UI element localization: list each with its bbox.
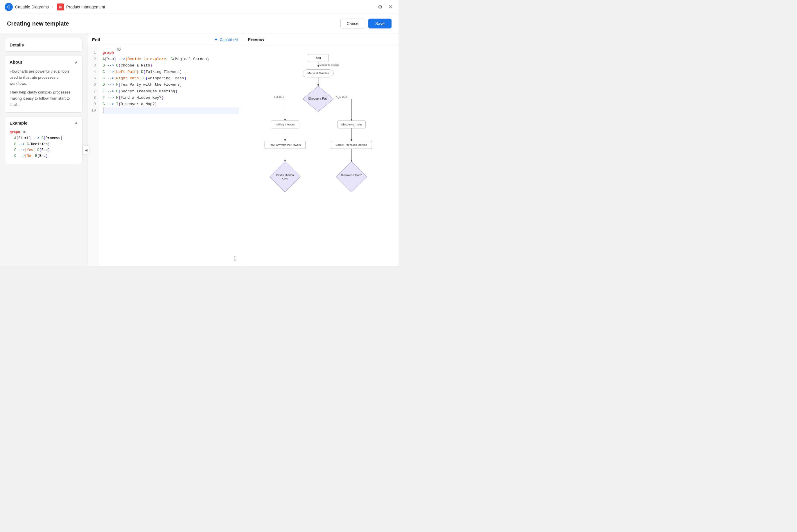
example-chevron-icon: ∧ bbox=[75, 120, 78, 125]
about-text-2: They help clarify complex processes, mak… bbox=[10, 90, 78, 108]
page-header: Creating new template Cancel Save bbox=[0, 14, 398, 33]
topbar-left: C Capable Diagrams › ▦ Product managemen… bbox=[5, 3, 105, 11]
main-layout: Details About ∧ Flowcharts are powerful … bbox=[0, 33, 398, 266]
preview-title: Preview bbox=[248, 37, 264, 42]
code-line-2: A[You] -->|Decide to explore| B(Magical … bbox=[102, 56, 239, 62]
line-numbers: 12345 678910 bbox=[88, 46, 99, 266]
node-tea: Tea Party with the Flowers bbox=[269, 144, 301, 146]
code-line-3: B --> C{Choose a Path} bbox=[102, 62, 239, 69]
code-editor[interactable]: 12345 678910 graph TD A[You] -->|Decide … bbox=[88, 46, 243, 266]
product-icon: ▦ bbox=[57, 3, 64, 11]
example-title: Example bbox=[10, 120, 27, 126]
about-header[interactable]: About ∧ bbox=[5, 55, 82, 69]
settings-button[interactable]: ⚙ bbox=[377, 3, 384, 11]
code-line-10 bbox=[102, 108, 239, 114]
node-choose: Choose a Path bbox=[308, 97, 328, 100]
flowchart-diagram: You Decide to explore Magical Garden Cho… bbox=[249, 52, 393, 261]
code-line-6: D --> F[Tea Party with the Flowers] bbox=[102, 82, 239, 88]
about-body: Flowcharts are powerful visual tools use… bbox=[5, 69, 82, 112]
about-section: About ∧ Flowcharts are powerful visual t… bbox=[5, 55, 82, 113]
preview-header: Preview bbox=[243, 33, 398, 46]
svg-text:Key?: Key? bbox=[282, 177, 288, 180]
label-right: Right Path bbox=[336, 96, 347, 99]
edit-title: Edit bbox=[92, 37, 100, 42]
topbar-right: ⚙ ✕ bbox=[377, 3, 394, 11]
svg-marker-19 bbox=[336, 162, 367, 192]
details-header[interactable]: Details bbox=[5, 38, 82, 51]
brand-name: Capable Diagrams bbox=[15, 5, 49, 9]
ai-label: Capable AI bbox=[220, 37, 238, 42]
topbar: C Capable Diagrams › ▦ Product managemen… bbox=[0, 0, 398, 14]
header-actions: Cancel Save bbox=[340, 19, 392, 28]
preview-panel: Preview You Decide to explore Magical Ga… bbox=[243, 33, 398, 266]
code-line-9: G --> I{Discover a Map?} bbox=[102, 101, 239, 108]
details-section: Details bbox=[5, 38, 82, 52]
node-key: Find a Hidden bbox=[276, 173, 293, 176]
collapse-panel-button[interactable]: ◀ bbox=[82, 146, 90, 155]
resize-handle[interactable]: ⣿ bbox=[233, 255, 237, 261]
node-talking: Talking Flowers bbox=[276, 123, 295, 126]
edit-panel: Edit ✦ Capable AI 12345 678910 graph TD … bbox=[87, 33, 243, 266]
breadcrumb-chevron: › bbox=[52, 5, 54, 9]
node-you: You bbox=[316, 56, 321, 59]
example-header[interactable]: Example ∧ bbox=[5, 116, 82, 130]
capable-ai-button[interactable]: ✦ Capable AI bbox=[214, 37, 238, 42]
details-title: Details bbox=[10, 42, 24, 48]
preview-content: You Decide to explore Magical Garden Cho… bbox=[243, 46, 398, 266]
node-whispering: Whispering Trees bbox=[340, 123, 362, 126]
code-line-5: C -->|Right Path| E[Whispering Trees] bbox=[102, 75, 239, 82]
example-section: Example ∧ graph TD A[Start] --> B[Proces… bbox=[5, 116, 82, 164]
label-left: Left Path bbox=[274, 96, 284, 99]
about-text-1: Flowcharts are powerful visual tools use… bbox=[10, 69, 78, 87]
label-decide: Decide to explore bbox=[320, 63, 339, 66]
about-title: About bbox=[10, 59, 22, 64]
about-chevron-icon: ∧ bbox=[75, 60, 78, 64]
node-map: Discover a Map? bbox=[341, 173, 362, 176]
ai-sparkle-icon: ✦ bbox=[214, 37, 218, 42]
close-button[interactable]: ✕ bbox=[387, 3, 394, 11]
sidebar: Details About ∧ Flowcharts are powerful … bbox=[0, 33, 87, 266]
product-name: Product management bbox=[66, 5, 105, 9]
example-code: graph TD A[Start] --> B[Process] B --> C… bbox=[5, 130, 82, 164]
page-title: Creating new template bbox=[7, 20, 69, 27]
save-button[interactable]: Save bbox=[368, 19, 392, 28]
node-treehouse: Secret Treehouse Meeting bbox=[336, 144, 367, 146]
node-magical: Magical Garden bbox=[307, 72, 329, 75]
code-line-4: C -->|Left Path| D[Talking Flowers] bbox=[102, 69, 239, 75]
code-line-7: E --> G[Secret Treehouse Meeting] bbox=[102, 88, 239, 95]
code-line-8: F --> H{Find a Hidden Key?} bbox=[102, 95, 239, 101]
code-line-1: graph TD bbox=[102, 50, 239, 56]
app-logo: C bbox=[5, 3, 13, 11]
edit-header: Edit ✦ Capable AI bbox=[88, 33, 243, 46]
code-content[interactable]: graph TD A[You] -->|Decide to explore| B… bbox=[99, 46, 243, 266]
cancel-button[interactable]: Cancel bbox=[340, 19, 365, 28]
